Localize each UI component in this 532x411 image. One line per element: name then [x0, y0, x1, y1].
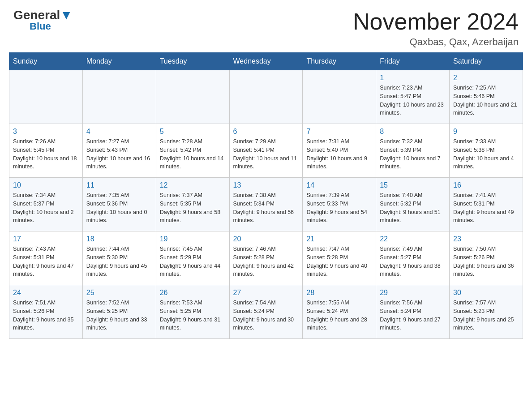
day-info: Sunrise: 7:34 AMSunset: 5:37 PMDaylight:… [13, 191, 79, 225]
weekday-header-row: Sunday Monday Tuesday Wednesday Thursday… [9, 53, 523, 70]
day-info: Sunrise: 7:28 AMSunset: 5:42 PMDaylight:… [160, 137, 226, 171]
day-number: 30 [453, 289, 519, 297]
calendar-cell: 20Sunrise: 7:46 AMSunset: 5:28 PMDayligh… [229, 231, 303, 285]
day-number: 28 [306, 289, 372, 297]
calendar-week-5: 24Sunrise: 7:51 AMSunset: 5:26 PMDayligh… [9, 285, 523, 339]
day-info: Sunrise: 7:51 AMSunset: 5:26 PMDaylight:… [13, 299, 79, 332]
day-info: Sunrise: 7:38 AMSunset: 5:34 PMDaylight:… [233, 191, 299, 225]
calendar-cell: 3Sunrise: 7:26 AMSunset: 5:45 PMDaylight… [9, 124, 83, 178]
day-number: 13 [233, 181, 299, 189]
day-info: Sunrise: 7:29 AMSunset: 5:41 PMDaylight:… [233, 137, 299, 171]
title-block: November 2024 Qaxbas, Qax, Azerbaijan [353, 9, 519, 48]
day-info: Sunrise: 7:33 AMSunset: 5:38 PMDaylight:… [453, 137, 519, 171]
calendar-cell: 4Sunrise: 7:27 AMSunset: 5:43 PMDaylight… [82, 124, 156, 178]
calendar-cell: 27Sunrise: 7:54 AMSunset: 5:24 PMDayligh… [229, 285, 303, 339]
calendar-cell: 30Sunrise: 7:57 AMSunset: 5:23 PMDayligh… [450, 285, 523, 339]
calendar-cell: 22Sunrise: 7:49 AMSunset: 5:27 PMDayligh… [376, 231, 450, 285]
calendar-table: Sunday Monday Tuesday Wednesday Thursday… [9, 52, 523, 339]
day-number: 27 [233, 289, 299, 297]
day-number: 8 [380, 128, 446, 136]
day-info: Sunrise: 7:55 AMSunset: 5:24 PMDaylight:… [306, 299, 372, 332]
header-tuesday: Tuesday [156, 53, 229, 70]
day-info: Sunrise: 7:50 AMSunset: 5:26 PMDaylight:… [453, 245, 519, 278]
calendar-cell: 29Sunrise: 7:56 AMSunset: 5:24 PMDayligh… [376, 285, 450, 339]
day-info: Sunrise: 7:47 AMSunset: 5:28 PMDaylight:… [306, 245, 372, 278]
day-info: Sunrise: 7:40 AMSunset: 5:32 PMDaylight:… [380, 191, 446, 225]
day-number: 17 [13, 235, 79, 243]
day-number: 29 [380, 289, 446, 297]
day-number: 16 [453, 181, 519, 189]
calendar-cell: 5Sunrise: 7:28 AMSunset: 5:42 PMDaylight… [156, 124, 229, 178]
day-number: 26 [160, 289, 226, 297]
day-info: Sunrise: 7:23 AMSunset: 5:47 PMDaylight:… [380, 84, 446, 117]
calendar-cell: 15Sunrise: 7:40 AMSunset: 5:32 PMDayligh… [376, 178, 450, 231]
calendar-cell: 21Sunrise: 7:47 AMSunset: 5:28 PMDayligh… [303, 231, 376, 285]
header-thursday: Thursday [303, 53, 376, 70]
calendar-cell: 1Sunrise: 7:23 AMSunset: 5:47 PMDaylight… [376, 70, 450, 124]
day-info: Sunrise: 7:26 AMSunset: 5:45 PMDaylight:… [13, 137, 79, 171]
day-number: 23 [453, 235, 519, 243]
day-info: Sunrise: 7:49 AMSunset: 5:27 PMDaylight:… [380, 245, 446, 278]
calendar-container: Sunday Monday Tuesday Wednesday Thursday… [0, 52, 532, 348]
header-wednesday: Wednesday [229, 53, 303, 70]
day-info: Sunrise: 7:39 AMSunset: 5:33 PMDaylight:… [306, 191, 372, 225]
day-number: 10 [13, 181, 79, 189]
header-monday: Monday [82, 53, 156, 70]
day-number: 15 [380, 181, 446, 189]
calendar-cell [9, 70, 83, 124]
calendar-week-1: 1Sunrise: 7:23 AMSunset: 5:47 PMDaylight… [9, 70, 523, 124]
day-number: 9 [453, 128, 519, 136]
calendar-cell: 24Sunrise: 7:51 AMSunset: 5:26 PMDayligh… [9, 285, 83, 339]
location-text: Qaxbas, Qax, Azerbaijan [353, 36, 519, 48]
calendar-cell: 26Sunrise: 7:53 AMSunset: 5:25 PMDayligh… [156, 285, 229, 339]
calendar-cell: 14Sunrise: 7:39 AMSunset: 5:33 PMDayligh… [303, 178, 376, 231]
logo: General▼ Blue [13, 9, 73, 31]
calendar-cell: 2Sunrise: 7:25 AMSunset: 5:46 PMDaylight… [450, 70, 523, 124]
day-number: 5 [160, 128, 226, 136]
day-info: Sunrise: 7:37 AMSunset: 5:35 PMDaylight:… [160, 191, 226, 225]
day-number: 7 [306, 128, 372, 136]
calendar-cell: 16Sunrise: 7:41 AMSunset: 5:31 PMDayligh… [450, 178, 523, 231]
day-number: 24 [13, 289, 79, 297]
header-saturday: Saturday [450, 53, 523, 70]
day-info: Sunrise: 7:54 AMSunset: 5:24 PMDaylight:… [233, 299, 299, 332]
day-info: Sunrise: 7:27 AMSunset: 5:43 PMDaylight:… [86, 137, 152, 171]
calendar-week-2: 3Sunrise: 7:26 AMSunset: 5:45 PMDaylight… [9, 124, 523, 178]
day-info: Sunrise: 7:43 AMSunset: 5:31 PMDaylight:… [13, 245, 79, 278]
calendar-cell [303, 70, 376, 124]
month-title: November 2024 [353, 9, 519, 34]
day-info: Sunrise: 7:31 AMSunset: 5:40 PMDaylight:… [306, 137, 372, 171]
calendar-cell: 7Sunrise: 7:31 AMSunset: 5:40 PMDaylight… [303, 124, 376, 178]
calendar-cell [229, 70, 303, 124]
logo-general-text: General▼ [13, 9, 73, 21]
day-number: 14 [306, 181, 372, 189]
day-number: 18 [86, 235, 152, 243]
calendar-cell [156, 70, 229, 124]
day-info: Sunrise: 7:46 AMSunset: 5:28 PMDaylight:… [233, 245, 299, 278]
calendar-cell: 9Sunrise: 7:33 AMSunset: 5:38 PMDaylight… [450, 124, 523, 178]
calendar-cell: 10Sunrise: 7:34 AMSunset: 5:37 PMDayligh… [9, 178, 83, 231]
day-info: Sunrise: 7:44 AMSunset: 5:30 PMDaylight:… [86, 245, 152, 278]
day-info: Sunrise: 7:25 AMSunset: 5:46 PMDaylight:… [453, 84, 519, 117]
header-friday: Friday [376, 53, 450, 70]
day-info: Sunrise: 7:52 AMSunset: 5:25 PMDaylight:… [86, 299, 152, 332]
calendar-cell: 17Sunrise: 7:43 AMSunset: 5:31 PMDayligh… [9, 231, 83, 285]
day-info: Sunrise: 7:57 AMSunset: 5:23 PMDaylight:… [453, 299, 519, 332]
day-number: 20 [233, 235, 299, 243]
calendar-cell: 13Sunrise: 7:38 AMSunset: 5:34 PMDayligh… [229, 178, 303, 231]
day-number: 2 [453, 74, 519, 82]
day-number: 19 [160, 235, 226, 243]
calendar-cell [82, 70, 156, 124]
calendar-cell: 25Sunrise: 7:52 AMSunset: 5:25 PMDayligh… [82, 285, 156, 339]
day-info: Sunrise: 7:45 AMSunset: 5:29 PMDaylight:… [160, 245, 226, 278]
day-info: Sunrise: 7:53 AMSunset: 5:25 PMDaylight:… [160, 299, 226, 332]
calendar-cell: 19Sunrise: 7:45 AMSunset: 5:29 PMDayligh… [156, 231, 229, 285]
day-number: 6 [233, 128, 299, 136]
calendar-cell: 8Sunrise: 7:32 AMSunset: 5:39 PMDaylight… [376, 124, 450, 178]
day-number: 22 [380, 235, 446, 243]
calendar-cell: 18Sunrise: 7:44 AMSunset: 5:30 PMDayligh… [82, 231, 156, 285]
calendar-cell: 12Sunrise: 7:37 AMSunset: 5:35 PMDayligh… [156, 178, 229, 231]
logo-triangle-icon: ▼ [60, 8, 73, 22]
calendar-cell: 23Sunrise: 7:50 AMSunset: 5:26 PMDayligh… [450, 231, 523, 285]
calendar-cell: 6Sunrise: 7:29 AMSunset: 5:41 PMDaylight… [229, 124, 303, 178]
